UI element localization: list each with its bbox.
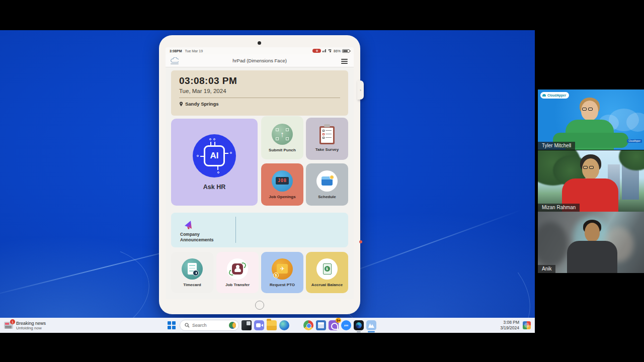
clock-divider xyxy=(179,98,340,98)
tile-job-transfer[interactable]: Job Transfer xyxy=(216,252,259,293)
job-sign-text: JOB xyxy=(276,177,289,185)
tile-timecard[interactable]: Timecard xyxy=(171,252,213,293)
status-time-date: 3:08PMTue Mar 19 xyxy=(170,49,206,53)
active-app-button[interactable] xyxy=(366,320,376,330)
status-date: Tue Mar 19 xyxy=(185,49,203,53)
tile-label: Job Transfer xyxy=(225,283,250,287)
cloudapper-watermark: CloudApper xyxy=(627,139,642,143)
tablet-camera-dot xyxy=(258,41,261,45)
teams-chat-button[interactable] xyxy=(254,320,264,330)
clock-card: 03:08:03 PM Tue, Mar 19, 2024 Sandy Spri… xyxy=(171,70,348,116)
battery-percent: 86% xyxy=(334,49,341,53)
video-tile-anik[interactable]: Anik xyxy=(538,212,644,273)
chevron-right-icon: › xyxy=(360,88,361,93)
timecard-icon xyxy=(182,258,203,280)
video-tile-mizan[interactable]: Mizan Rahman xyxy=(538,150,644,212)
tile-request-pto[interactable]: ✈ $ Request PTO xyxy=(261,252,303,293)
punch-arrow: ↑ xyxy=(280,130,284,138)
announcements-divider xyxy=(235,217,236,243)
tile-accrual-balance[interactable]: $ Accrual Balance xyxy=(306,252,348,293)
tile-label: Ask HR xyxy=(203,184,225,191)
zoom-logo-text: zm xyxy=(344,324,348,327)
person-head xyxy=(582,158,599,179)
tablet-screen: 3:08PMTue Mar 19 86% hrPad (Dimensions F… xyxy=(166,47,354,299)
edge-browser-button[interactable] xyxy=(279,320,289,330)
wallpaper-swirl xyxy=(0,226,160,333)
clock-time: 03:08:03 PM xyxy=(179,75,340,86)
tablet-home-button[interactable] xyxy=(255,301,264,310)
pto-dollar-badge: $ xyxy=(273,273,279,278)
glasses xyxy=(583,166,594,169)
widgets-news-button[interactable]: 1 Breaking news Unfolding now xyxy=(4,321,79,330)
app-title: hrPad (Dimensions Face) xyxy=(166,58,354,63)
video-tile-tyler[interactable]: CloudApper CloudApper Tyler Mitchell xyxy=(538,89,644,150)
search-placeholder: Search xyxy=(192,323,226,328)
cellular-signal-icon xyxy=(323,49,326,52)
calculator-button[interactable] xyxy=(316,320,326,330)
news-title: Breaking news xyxy=(16,321,46,326)
search-input[interactable]: Search xyxy=(180,320,239,331)
tile-ask-hr[interactable]: AI Ask HR xyxy=(171,119,258,206)
clipchamp-app-button[interactable] xyxy=(354,320,364,330)
announcements-label: Company Announcements xyxy=(180,232,225,242)
tray-time: 3:08 PM xyxy=(500,320,519,325)
tablet-device-frame: 3:08PMTue Mar 19 86% hrPad (Dimensions F… xyxy=(159,35,360,314)
tile-submit-punch[interactable]: ↑ Submit Punch xyxy=(261,116,303,159)
person-torso xyxy=(567,241,617,273)
cloud-icon xyxy=(542,94,546,97)
megaphone-icon xyxy=(183,219,195,231)
loop-app-button[interactable]: 9+ xyxy=(329,320,339,330)
taskbar-clock[interactable]: 3:08 PM 3/19/2024 xyxy=(500,320,519,331)
file-explorer-button[interactable] xyxy=(267,320,277,330)
badge-text: CloudApper xyxy=(547,94,566,97)
participant-name: Anik xyxy=(538,265,555,273)
active-app-indicator xyxy=(368,331,375,333)
task-view-button[interactable] xyxy=(242,320,252,330)
clock-location: Sandy Springs xyxy=(185,101,219,107)
system-tray: 3:08 PM 3/19/2024 xyxy=(500,320,531,331)
accrual-dollar: $ xyxy=(325,266,330,272)
clock-date: Tue, Mar 19, 2024 xyxy=(179,88,340,94)
request-pto-icon: ✈ $ xyxy=(272,258,293,280)
tile-take-survey[interactable]: Take Survey xyxy=(306,118,348,160)
screen-recording-icon[interactable] xyxy=(312,49,321,53)
tile-label: Schedule xyxy=(318,195,336,199)
zoom-app-button[interactable]: zm xyxy=(341,320,351,330)
news-subtitle: Unfolding now xyxy=(16,326,46,330)
news-icon: 1 xyxy=(4,322,13,329)
job-openings-icon: JOB xyxy=(272,170,293,192)
windows-taskbar: 1 Breaking news Unfolding now Search 9+ … xyxy=(0,318,535,333)
tile-job-openings[interactable]: JOB Job Openings xyxy=(261,163,303,206)
company-announcements-panel[interactable]: Company Announcements xyxy=(171,213,348,247)
tile-label: Submit Punch xyxy=(269,148,296,152)
glasses xyxy=(582,108,593,111)
battery-icon xyxy=(342,49,350,53)
open-app-indicator xyxy=(357,331,361,333)
search-icon xyxy=(185,323,190,328)
tile-label: Timecard xyxy=(183,283,201,287)
tile-schedule[interactable]: Schedule xyxy=(306,163,348,206)
notification-dot xyxy=(359,240,362,243)
cloudapper-badge: CloudApper xyxy=(540,92,569,99)
news-badge: 1 xyxy=(10,319,15,324)
tray-date: 3/19/2024 xyxy=(500,325,519,331)
menu-icon[interactable] xyxy=(341,59,348,64)
survey-clipboard-icon xyxy=(319,126,335,144)
app-header: hrPad (Dimensions Face) xyxy=(166,54,354,67)
letterbox-bottom xyxy=(0,333,644,362)
job-transfer-icon xyxy=(227,258,248,280)
bing-daily-icon[interactable] xyxy=(229,322,236,329)
side-pull-tab[interactable]: › xyxy=(357,80,364,100)
start-button[interactable] xyxy=(168,321,176,329)
tile-label: Request PTO xyxy=(270,283,295,287)
participant-name: Mizan Rahman xyxy=(538,204,580,212)
pto-plane: ✈ xyxy=(277,264,288,274)
schedule-icon xyxy=(316,170,338,192)
windows-desktop: 3:08PMTue Mar 19 86% hrPad (Dimensions F… xyxy=(0,30,535,333)
chrome-browser-button[interactable] xyxy=(303,320,313,330)
tray-app-icon[interactable] xyxy=(523,321,531,329)
person-head xyxy=(581,101,598,121)
background-blur xyxy=(538,222,568,267)
tile-label: Accrual Balance xyxy=(311,283,343,287)
ios-status-bar: 3:08PMTue Mar 19 86% xyxy=(166,47,354,54)
